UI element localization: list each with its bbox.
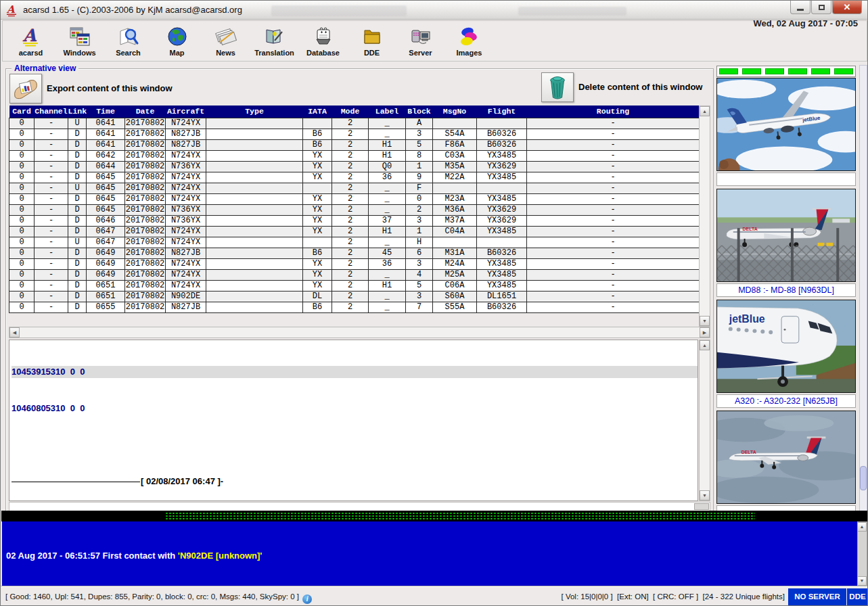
delete-button-label[interactable]: Delete content of this window xyxy=(578,82,702,92)
toolbar-button-news[interactable]: News xyxy=(206,26,246,57)
export-button-label[interactable]: Export content of this window xyxy=(47,83,173,93)
toolbar-button-dde[interactable]: DDE xyxy=(352,26,392,57)
table-row[interactable]: 0 - D 0642 20170802 N724YX YX 2 H1 8 C03… xyxy=(9,150,700,161)
table-row[interactable]: 0 - D 0649 20170802 N724YX YX 2 36 3 M24… xyxy=(9,258,700,269)
aircraft-photo-jetblue-a320-noseview[interactable]: jetBlue xyxy=(716,300,856,393)
delete-button[interactable] xyxy=(541,72,574,102)
folder-icon xyxy=(361,26,383,47)
table-row[interactable]: 0 - U 0641 20170802 N724YX 2 _ A - xyxy=(9,118,700,129)
toolbar-button-acarsd[interactable]: A acarsd xyxy=(11,26,51,57)
close-icon: ✕ xyxy=(844,2,851,12)
event-log: 02 Aug 2017 - 06:51:57 First contact wit… xyxy=(2,521,867,586)
image-panel-scrollbar[interactable] xyxy=(859,65,867,518)
svg-text:A: A xyxy=(6,3,16,16)
table-row[interactable]: 0 - D 0651 20170802 N724YX YX 2 H1 5 C06… xyxy=(9,280,700,291)
svg-text:DELTA: DELTA xyxy=(743,227,758,231)
paint-blobs-icon xyxy=(459,26,480,47)
phone-computer-icon xyxy=(410,26,432,47)
table-header-cell: Mode xyxy=(332,106,369,118)
table-row[interactable]: 0 - D 0651 20170802 N902DE DL 2 _ 3 S60A… xyxy=(9,291,700,302)
table-row[interactable]: 0 - D 0649 20170802 N827JB B6 2 45 6 M31… xyxy=(9,248,700,258)
toolbar-button-windows[interactable]: Windows xyxy=(60,26,99,57)
photo-caption: MD88 :- MD-88 [N963DL] xyxy=(716,283,856,297)
table-header-cell: IATA xyxy=(303,106,332,118)
separator-timestamp: [ 02/08/2017 06:47 ]- xyxy=(141,475,223,488)
toolbar-button-server[interactable]: Server xyxy=(401,26,440,57)
background-artifact xyxy=(271,5,407,16)
table-row[interactable]: 0 - D 0649 20170802 N724YX YX 2 _ 4 M25A… xyxy=(9,269,700,280)
minimize-button[interactable] xyxy=(790,1,810,14)
log-line[interactable]: 10460805310 0 0 xyxy=(12,402,698,415)
status-counters: [ Good: 1460, Upl: 541, Dupes: 855, Pari… xyxy=(5,592,312,604)
signal-spectrum-strip xyxy=(1,511,868,521)
export-button[interactable] xyxy=(9,74,42,103)
scroll-up-icon[interactable]: ▲ xyxy=(857,522,867,532)
table-header-cell: Flight xyxy=(477,106,527,118)
aircraft-photo-delta-md88-inflight[interactable]: DELTA xyxy=(716,411,856,504)
toolbar-button-map[interactable]: Map xyxy=(157,26,197,57)
svg-text:jetBlue: jetBlue xyxy=(729,313,765,325)
table-row[interactable]: 0 - D 0647 20170802 N724YX YX 2 H1 1 C04… xyxy=(9,226,700,237)
status-bar: [ Good: 1460, Upl: 541, Dupes: 855, Pari… xyxy=(1,586,868,606)
table-row[interactable]: 0 - D 0645 20170802 N724YX YX 2 36 9 M22… xyxy=(9,172,700,183)
scrollbar-thumb[interactable] xyxy=(860,466,867,490)
photo-caption xyxy=(716,172,856,186)
scrollbar-thumb[interactable] xyxy=(694,503,709,510)
toolbar-button-database[interactable]: Database xyxy=(303,26,343,57)
table-header-cell: Routing xyxy=(527,106,700,118)
toolbar-button-images[interactable]: Images xyxy=(449,26,489,57)
toolbar-button-translation[interactable]: Translation xyxy=(254,26,294,57)
table-header-cell: Label xyxy=(369,106,406,118)
message-log-horizontal-scrollbar[interactable] xyxy=(9,502,710,511)
translation-book-icon xyxy=(264,26,285,47)
table-header-cell: Aircraft xyxy=(166,106,206,118)
table-row[interactable]: 0 - D 0645 20170802 N724YX YX 2 _ 0 M23A… xyxy=(9,193,700,204)
dde-status-badge[interactable]: DDE xyxy=(847,588,868,605)
toolbar: A acarsd Windows Search Map News Transla… xyxy=(2,20,867,62)
table-row[interactable]: 0 - D 0646 20170802 N736YX YX 2 37 3 M37… xyxy=(9,215,700,226)
event-log-line: 02 Aug 2017 - 06:51:57 First contact wit… xyxy=(6,549,854,562)
scroll-left-icon[interactable]: ◀ xyxy=(9,327,20,337)
table-vertical-scrollbar[interactable]: ▲ ▼ xyxy=(699,106,710,327)
table-row[interactable]: 0 - D 0641 20170802 N827JB B6 2 _ 3 S54A… xyxy=(9,129,700,139)
toolbar-button-search[interactable]: Search xyxy=(108,26,148,57)
event-log-scrollbar[interactable]: ▲ ▼ xyxy=(857,521,867,586)
table-row[interactable]: 0 - D 0655 20170802 N827JB B6 2 _ 7 S55A… xyxy=(9,302,700,312)
scroll-up-icon[interactable]: ▲ xyxy=(700,340,710,350)
app-window: A acarsd 1.65 - (C).2003-2006 by KjM aca… xyxy=(0,0,868,606)
message-log[interactable]: 10453915310 0 0 10460805310 0 0 [ 02/08/… xyxy=(9,340,698,501)
signal-segment xyxy=(719,68,738,74)
close-button[interactable]: ✕ xyxy=(832,1,862,14)
message-log-vertical-scrollbar[interactable]: ▲ ▼ xyxy=(699,340,710,501)
maximize-button[interactable] xyxy=(811,1,831,14)
acars-message-table: CardChannelLinkTimeDateAircraftTypeIATAM… xyxy=(9,106,700,313)
table-row[interactable]: 0 - U 0647 20170802 N724YX 2 _ H - xyxy=(9,237,700,248)
table-header-cell: Type xyxy=(206,106,303,118)
groupbox-label: Alternative view xyxy=(12,64,78,73)
minimize-icon xyxy=(797,9,804,11)
scroll-down-icon[interactable]: ▼ xyxy=(700,316,710,326)
acarsd-logo-icon: A xyxy=(20,26,42,47)
scroll-up-icon[interactable]: ▲ xyxy=(700,106,710,116)
globe-icon xyxy=(166,26,188,47)
aircraft-photo-jetblue-a320-landing[interactable]: jetBlue xyxy=(716,78,856,171)
scroll-right-icon[interactable]: ▶ xyxy=(700,327,710,337)
table-horizontal-scrollbar[interactable]: ◀ ▶ xyxy=(9,327,710,338)
log-line-selected[interactable]: 10453915310 0 0 xyxy=(12,366,698,378)
titlebar: A acarsd 1.65 - (C).2003-2006 by KjM aca… xyxy=(1,1,867,20)
aircraft-photo-delta-md88-taxiing[interactable]: DELTA xyxy=(716,189,856,282)
svg-text:A: A xyxy=(22,26,37,45)
table-row[interactable]: 0 - D 0645 20170802 N736YX YX 2 _ 2 M36A… xyxy=(9,204,700,215)
info-icon[interactable]: i xyxy=(302,595,312,604)
window-title: acarsd 1.65 - (C).2003-2006 by KjM acars… xyxy=(23,5,242,15)
scroll-down-icon[interactable]: ▼ xyxy=(857,576,867,586)
scroll-down-icon[interactable]: ▼ xyxy=(700,490,710,500)
app-logo-icon[interactable]: A xyxy=(5,3,19,17)
spectrum-activity xyxy=(165,512,755,520)
table-row[interactable]: 0 - U 0645 20170802 N724YX 2 _ F - xyxy=(9,183,700,193)
table-row[interactable]: 0 - D 0644 20170802 N736YX YX 2 Q0 1 M35… xyxy=(9,161,700,172)
table-header-row: CardChannelLinkTimeDateAircraftTypeIATAM… xyxy=(9,106,700,118)
table-row[interactable]: 0 - D 0641 20170802 N827JB B6 2 H1 5 F86… xyxy=(9,139,700,150)
table-header-cell: Channel xyxy=(35,106,68,118)
server-status-badge[interactable]: NO SERVER xyxy=(788,588,846,605)
